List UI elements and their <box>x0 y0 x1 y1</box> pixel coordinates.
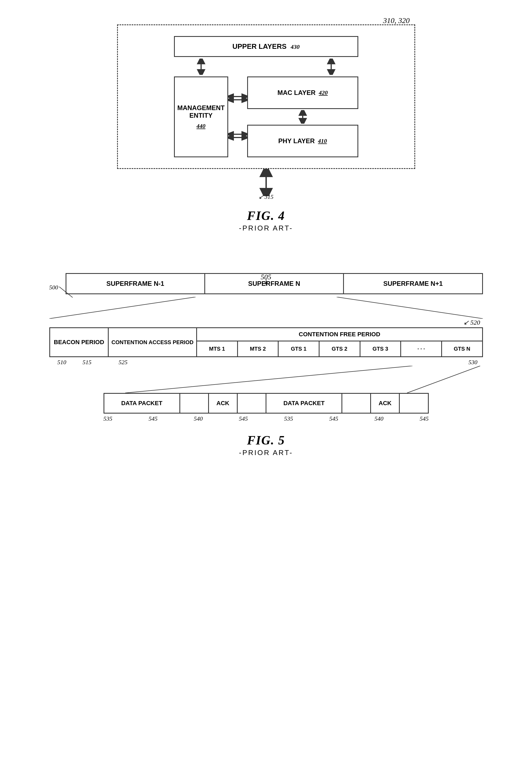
gts1: GTS 1 <box>291 346 307 352</box>
ack-2: ACK <box>379 400 392 407</box>
ref-510: 510 <box>57 359 66 366</box>
mac-layer-ref: 420 <box>319 89 328 96</box>
arrow-upper-mac <box>326 59 337 75</box>
expand-lines-1 <box>49 297 483 319</box>
mts1: MTS 1 <box>209 346 225 352</box>
fig5-ref-520: 520 <box>470 319 480 326</box>
fig4-caption: FIG. 4 -PRIOR ART- <box>117 208 415 232</box>
gts2: GTS 2 <box>332 346 347 352</box>
superframe-n-plus-1: SUPERFRAME N+1 <box>344 274 482 293</box>
contention-access-period: CONTENTION ACCESS PERIOD <box>111 339 194 345</box>
superframe-n-minus-1: SUPERFRAME N-1 <box>66 274 205 293</box>
upper-layers-box: UPPER LAYERS 430 <box>174 36 358 57</box>
fig4-prior-art: -PRIOR ART- <box>117 224 415 232</box>
svg-line-26 <box>407 366 480 393</box>
phy-layer-box: PHY LAYER 410 <box>247 125 358 157</box>
phy-layer-label: PHY LAYER <box>278 137 315 145</box>
ack-1: ACK <box>217 400 230 407</box>
fig4-dashed-box: UPPER LAYERS 430 <box>117 24 415 169</box>
ref-315: 315 <box>265 193 273 200</box>
fig5-diagram: 500 505 SUPERFRAME N-1 SUPERFRAME N SUPE… <box>49 259 483 460</box>
ref-540-1: 540 <box>194 415 203 422</box>
mac-layer-label: MAC LAYER <box>278 89 315 97</box>
phy-layer-ref: 410 <box>318 137 327 144</box>
ref-530: 530 <box>469 359 478 366</box>
upper-layers-ref: 430 <box>291 43 300 50</box>
beacon-period: BEACON PERIOD <box>54 339 104 346</box>
gts3: GTS 3 <box>372 346 388 352</box>
data-packet-row: DATA PACKET ACK DATA PACKET ACK <box>104 393 429 414</box>
ref-545-2: 545 <box>239 415 248 422</box>
superframe-row: SUPERFRAME N-1 SUPERFRAME N SUPERFRAME N… <box>66 273 483 294</box>
fig5-prior-art: -PRIOR ART- <box>49 449 483 457</box>
dots: · · · <box>417 346 425 352</box>
ref-540-2: 540 <box>375 415 383 422</box>
beacon-contention-row: BEACON PERIOD CONTENTION ACCESS PERIOD C… <box>49 327 483 357</box>
upper-layers-label: UPPER LAYERS <box>232 42 286 50</box>
ref-535-1: 535 <box>104 415 112 422</box>
management-entity-line1: MANAGEMENT <box>177 104 225 112</box>
superframe-n: SUPERFRAME N <box>205 274 344 293</box>
ref-545-1: 545 <box>149 415 157 422</box>
arrow-mgmt-mac <box>228 93 247 104</box>
svg-line-25 <box>125 366 412 393</box>
ref-525: 525 <box>119 359 128 366</box>
data-packet-2: DATA PACKET <box>283 400 325 407</box>
arrow-315 <box>258 169 274 196</box>
ref-545-4: 545 <box>420 415 428 422</box>
expand-lines-2 <box>49 366 483 393</box>
management-entity-ref: 440 <box>196 123 205 130</box>
arrow-mgmt-phy <box>228 130 247 141</box>
fig5-title: FIG. 5 <box>49 433 483 448</box>
contention-free-period: CONTENTION FREE PERIOD <box>299 331 380 337</box>
data-packet-1: DATA PACKET <box>121 400 162 407</box>
fig4-title: FIG. 4 <box>117 208 415 223</box>
management-entity-box: MANAGEMENT ENTITY 440 <box>174 76 228 157</box>
ref-535-2: 535 <box>284 415 293 422</box>
fig5-ref-500: 500 <box>49 284 58 291</box>
fig5-caption: FIG. 5 -PRIOR ART- <box>49 433 483 457</box>
arrow-upper-management <box>196 59 207 75</box>
mts2: MTS 2 <box>250 346 266 352</box>
svg-line-23 <box>49 297 196 319</box>
fig4-diagram: 310, 320 UPPER LAYERS 430 <box>117 16 415 235</box>
arrow-mac-phy <box>297 110 308 124</box>
mac-layer-box: MAC LAYER 420 <box>247 76 358 109</box>
gtsn: GTS N <box>454 346 470 352</box>
ref-545-3: 545 <box>329 415 338 422</box>
management-entity-line2: ENTITY <box>189 112 212 119</box>
svg-line-24 <box>337 297 483 319</box>
ref-515: 515 <box>83 359 92 366</box>
fig4-ref-top: 310, 320 <box>383 16 410 25</box>
